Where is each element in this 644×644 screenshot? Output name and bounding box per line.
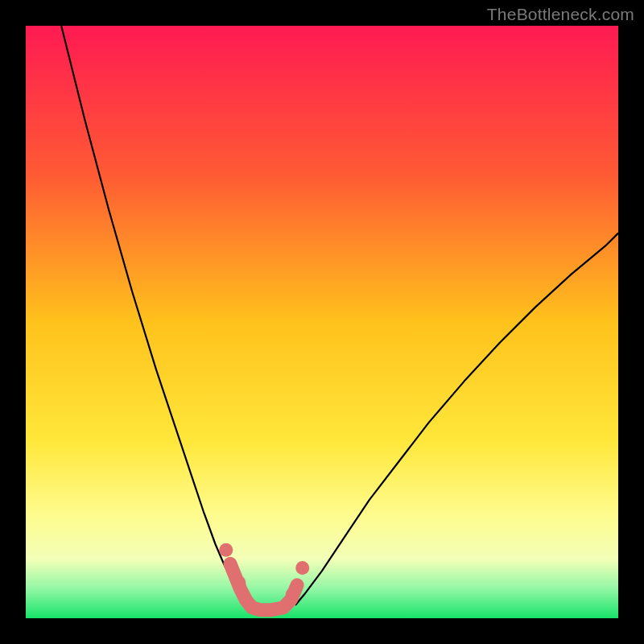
gradient-background bbox=[26, 26, 618, 618]
chart-frame: TheBottleneck.com bbox=[0, 0, 644, 644]
watermark-text: TheBottleneck.com bbox=[487, 5, 634, 24]
chart-svg bbox=[26, 26, 618, 618]
accent-dot-right-mid bbox=[286, 588, 299, 601]
accent-dot-left-mid bbox=[232, 576, 246, 589]
accent-dot-left-upper bbox=[219, 543, 233, 557]
plot-area bbox=[26, 26, 618, 618]
accent-dot-right-upper bbox=[295, 561, 309, 575]
